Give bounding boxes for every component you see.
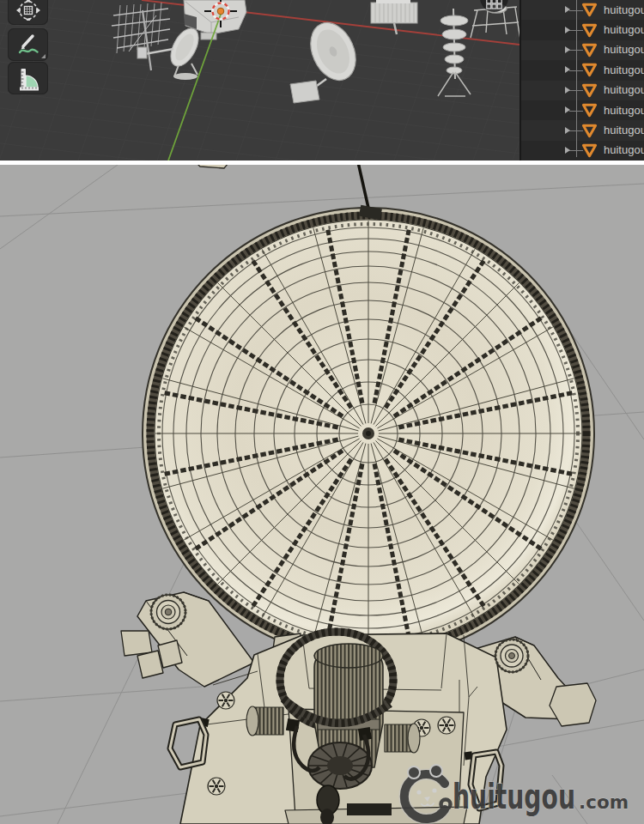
blender-viewport-strip: huitugou huitugou huitugou huitugou huit… [0,0,644,161]
knob-right [495,639,528,672]
mesh-data-icon [581,83,598,98]
mesh-data-icon [581,63,598,77]
annotate-tool-button[interactable] [8,28,48,61]
outliner-row[interactable]: huitugou [521,141,644,161]
expand-arrow-icon[interactable] [565,27,570,33]
grid-glyph [486,0,502,9]
expand-arrow-icon[interactable] [565,147,570,154]
watermark-brand: huitugou [453,777,575,816]
outliner-row[interactable]: huitugou [521,0,644,20]
wireframe-render: huitugou .com [0,165,644,824]
mesh-data-icon [581,23,598,38]
outliner-item-label: huitugou [604,124,644,136]
transform-tool-button[interactable] [8,0,48,25]
outliner-row[interactable]: huitugou [521,100,644,120]
outliner-item-label: huitugou [604,144,644,157]
mesh-data-icon [581,124,598,138]
viewport-3d[interactable] [0,0,521,161]
viewport-floor [0,0,521,161]
mesh-data-icon [581,3,598,17]
side-gear-left [246,706,283,736]
expand-arrow-icon[interactable] [565,6,570,13]
mesh-data-icon [581,103,598,118]
outliner-item-label: huitugou [604,44,644,57]
mesh-data-icon [581,43,598,58]
page: huitugou huitugou huitugou huitugou huit… [0,0,644,824]
outliner-item-label: huitugou [604,83,644,96]
knob-left [151,595,185,629]
measure-tool-button[interactable] [8,62,48,94]
expand-arrow-icon[interactable] [565,46,570,53]
measure-icon [15,65,41,91]
annotate-icon [15,32,41,58]
expand-arrow-icon[interactable] [565,127,570,134]
expand-arrow-icon[interactable] [565,106,570,113]
outliner-row[interactable]: huitugou [521,120,644,140]
outliner-row[interactable]: huitugou [521,20,644,39]
outliner-row[interactable]: huitugou [521,81,644,100]
watermark-tld: .com [579,791,629,813]
expand-arrow-icon[interactable] [565,87,570,94]
outliner-item-label: huitugou [604,3,644,16]
outliner-item-label: huitugou [604,104,644,117]
outliner-row[interactable]: huitugou [521,60,644,80]
transform-icon [16,0,40,21]
dish [143,205,594,659]
outliner-panel: huitugou huitugou huitugou huitugou huit… [519,0,644,161]
mesh-data-icon [581,143,598,158]
outliner-row[interactable]: huitugou [521,40,644,60]
outliner-item-label: huitugou [604,23,644,36]
hierarchy-line [576,0,577,157]
arm-foot-left [121,631,152,656]
expand-arrow-icon[interactable] [565,66,570,73]
side-gear-right [385,724,420,753]
outliner-item-label: huitugou [604,64,644,76]
